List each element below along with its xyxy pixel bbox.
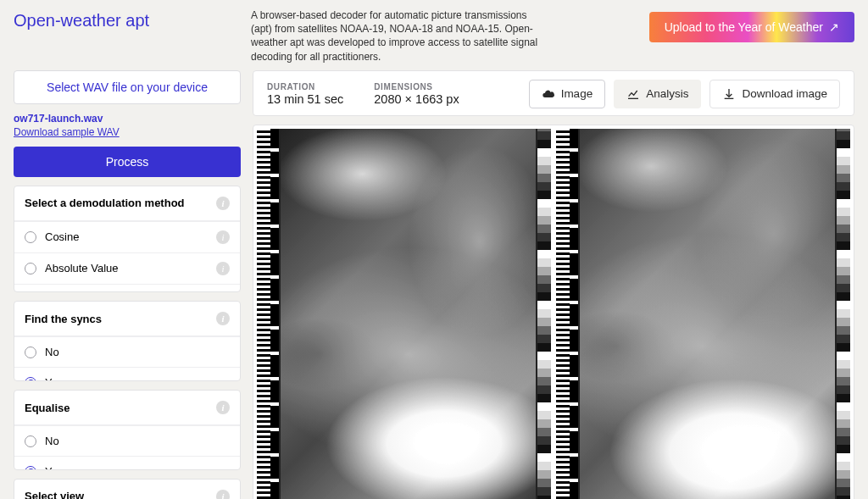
panel-select-view: Select view i	[14, 479, 241, 499]
process-button[interactable]: Process	[14, 147, 241, 177]
upload-year-of-weather-button[interactable]: Upload to the Year of Weather ↗	[649, 12, 854, 42]
panel-title: Equalise	[25, 402, 70, 414]
option-label: No	[45, 346, 59, 358]
tab-image[interactable]: Image	[529, 80, 606, 108]
option-label: Yes	[45, 465, 63, 470]
info-icon[interactable]: i	[216, 312, 230, 325]
radio-icon	[25, 435, 36, 447]
option-label: No	[45, 435, 59, 447]
option-equalise-yes[interactable]: Yes	[14, 456, 240, 470]
grayscale-wedge	[837, 129, 850, 499]
panel-find-syncs: Find the syncs i No Yes	[14, 301, 241, 381]
info-icon[interactable]: i	[216, 262, 230, 275]
radio-icon	[25, 231, 36, 243]
radio-icon	[25, 263, 36, 274]
tab-label: Image	[561, 87, 593, 100]
info-icon[interactable]: i	[216, 401, 230, 414]
download-icon	[722, 87, 736, 101]
decoded-image-viewer[interactable]	[253, 125, 854, 499]
info-icon[interactable]: i	[216, 197, 230, 210]
panel-equalise: Equalise i No Yes	[14, 390, 241, 470]
panel-title: Find the syncs	[25, 313, 102, 325]
option-cosine[interactable]: Cosine i	[14, 221, 240, 252]
option-label: Absolute Value	[45, 262, 119, 274]
option-equalise-no[interactable]: No	[14, 425, 240, 456]
dimensions-label: DIMENSIONS	[374, 82, 459, 91]
download-sample-link[interactable]: Download sample WAV	[14, 126, 120, 138]
duration-value: 13 min 51 sec	[267, 92, 343, 106]
option-label: Cosine	[45, 230, 79, 243]
main-area: DURATION 13 min 51 sec DIMENSIONS 2080 ×…	[253, 70, 854, 499]
tab-label: Download image	[742, 87, 827, 100]
panel-title: Select view	[25, 490, 84, 499]
sync-stripe-left	[257, 129, 270, 499]
download-image-button[interactable]: Download image	[709, 80, 840, 108]
channel-b-clouds	[580, 129, 835, 499]
option-hilbertfft[interactable]: HilbertFFT i	[14, 284, 240, 293]
sidebar: Select WAV file on your device ow717-lau…	[14, 70, 241, 499]
option-syncs-yes[interactable]: Yes	[14, 367, 240, 381]
grayscale-wedge	[537, 129, 551, 499]
arrow-ne-icon: ↗	[829, 20, 839, 34]
duration-label: DURATION	[267, 82, 343, 91]
panel-demodulation: Select a demodulation method i Cosine i …	[14, 186, 241, 293]
channel-a-clouds	[281, 129, 536, 499]
cloud-icon	[542, 87, 555, 101]
telemetry-ticks	[270, 129, 279, 499]
sync-stripe-left	[556, 129, 570, 499]
satellite-image	[257, 129, 850, 499]
telemetry-ticks	[570, 129, 578, 499]
tab-analysis[interactable]: Analysis	[614, 80, 701, 108]
meta-bar: DURATION 13 min 51 sec DIMENSIONS 2080 ×…	[253, 70, 854, 116]
tab-label: Analysis	[646, 87, 688, 100]
radio-icon	[25, 347, 36, 358]
option-absolute-value[interactable]: Absolute Value i	[14, 252, 240, 284]
radio-icon	[25, 377, 36, 381]
option-label: Yes	[45, 376, 63, 381]
info-icon[interactable]: i	[216, 490, 230, 499]
chart-line-icon	[626, 87, 640, 101]
app-description: A browser-based decoder for automatic pi…	[251, 8, 539, 64]
select-wav-button[interactable]: Select WAV file on your device	[14, 70, 241, 104]
info-icon[interactable]: i	[216, 230, 230, 244]
upload-button-label: Upload to the Year of Weather	[665, 20, 823, 34]
selected-filename: ow717-launch.wav	[14, 113, 241, 125]
panel-title: Select a demodulation method	[25, 197, 185, 209]
page-title: Open-weather apt	[14, 8, 234, 30]
dimensions-value: 2080 × 1663 px	[374, 92, 459, 106]
option-syncs-no[interactable]: No	[14, 336, 240, 367]
radio-icon	[25, 466, 36, 470]
